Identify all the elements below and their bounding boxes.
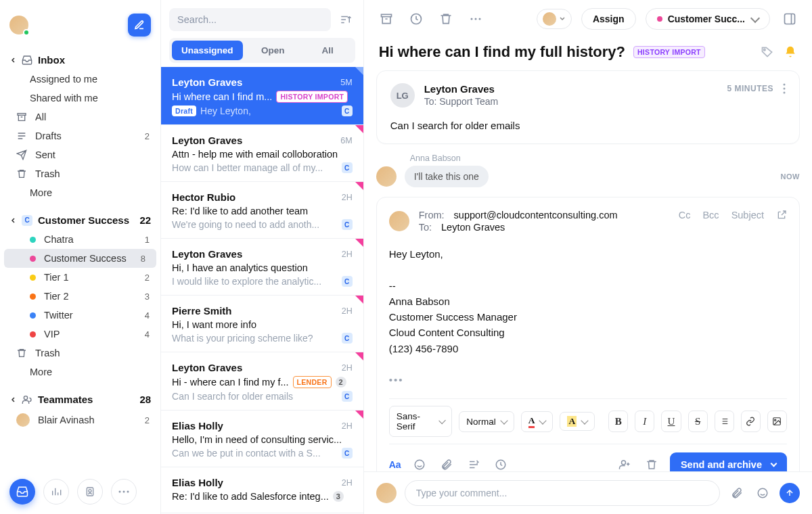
more-button[interactable]	[111, 479, 137, 505]
color-dot	[30, 331, 36, 337]
conversation-item[interactable]: Leyton Graves5M Hi where can I find m...…	[161, 67, 363, 125]
to-value[interactable]: Leyton Graves	[441, 222, 505, 233]
sidebar-item-assigned[interactable]: Assigned to me	[0, 70, 160, 89]
conversation-item[interactable]: Elias Holly2H Re: I'd like to add Salesf…	[161, 467, 363, 513]
comment-attach-icon[interactable]	[728, 484, 746, 502]
sidebar-item-tier2[interactable]: Tier 23	[0, 287, 160, 306]
sidebar-item-sent[interactable]: Sent	[0, 145, 160, 164]
sidebar-heading-inbox[interactable]: Inbox	[0, 50, 160, 70]
format-toggle[interactable]: Aa	[389, 459, 401, 470]
sidebar-item-vip[interactable]: VIP4	[0, 325, 160, 344]
sidebar-item-customer-success[interactable]: Customer Success8	[4, 249, 156, 268]
thread-title: Hi where can I find my full history?	[379, 43, 625, 61]
unread-corner	[355, 182, 363, 190]
delete-button[interactable]	[436, 9, 456, 29]
sidebar-item-teammate[interactable]: Blair Avinash 2	[0, 409, 160, 431]
message-from: Leyton Graves	[424, 83, 498, 95]
bcc-button[interactable]: Bcc	[702, 210, 719, 220]
main-toolbar: Assign Customer Succ...	[364, 0, 812, 38]
snooze-button[interactable]	[406, 9, 426, 29]
conversation-list[interactable]: Leyton Graves5M Hi where can I find m...…	[161, 67, 363, 514]
contacts-button[interactable]	[77, 479, 103, 505]
link-button[interactable]	[741, 411, 761, 432]
tab-unassigned[interactable]: Unassigned	[172, 41, 243, 60]
sidebar-item-all[interactable]: All	[0, 108, 160, 126]
message-to: To: Support Team	[424, 96, 498, 107]
sidebar-item-shared[interactable]: Shared with me	[0, 89, 160, 108]
trash-icon	[16, 348, 27, 358]
cc-button[interactable]: Cc	[679, 210, 691, 220]
sidebar-item-chatra[interactable]: Chatra1	[0, 230, 160, 249]
from-value[interactable]: support@cloudcontentconsulting.com	[454, 210, 618, 220]
conversation-item[interactable]: Hector Rubio2H Re: I'd like to add anoth…	[161, 182, 363, 239]
sidebar-item-trash2[interactable]: Trash	[0, 344, 160, 363]
sidebar-item-trash[interactable]: Trash	[0, 164, 160, 183]
bell-icon[interactable]	[784, 45, 797, 59]
tab-open[interactable]: Open	[248, 41, 298, 60]
sidebar-heading-cs[interactable]: C Customer Success 22	[0, 210, 160, 230]
note-bubble: I'll take this one	[405, 166, 489, 187]
message-menu-icon[interactable]	[783, 83, 786, 94]
sidebar-item-more2[interactable]: More	[0, 363, 160, 381]
conversation-preview: Hey Leyton,	[200, 106, 338, 116]
comment-send-button[interactable]	[780, 483, 800, 503]
sidebar-item-drafts[interactable]: Drafts2	[0, 126, 160, 145]
assignee-avatar-picker[interactable]	[537, 9, 572, 29]
svg-rect-12	[785, 14, 795, 24]
tag-icon[interactable]	[761, 45, 774, 59]
comment-emoji-icon[interactable]	[754, 484, 771, 502]
expand-button[interactable]	[780, 9, 800, 29]
font-family-select[interactable]: Sans-Serif	[389, 406, 452, 437]
tab-all[interactable]: All	[303, 41, 353, 60]
more-actions-button[interactable]	[466, 9, 486, 29]
archive-button[interactable]	[376, 9, 397, 29]
group-picker[interactable]: Customer Succ...	[646, 8, 770, 30]
message-time: 5 MINUTES	[727, 84, 773, 93]
sidebar-heading-label: Customer Success	[38, 214, 129, 226]
assign-button[interactable]: Assign	[581, 8, 636, 30]
svg-point-16	[784, 92, 786, 94]
sort-button[interactable]	[336, 10, 355, 29]
text-color-select[interactable]: A	[521, 411, 554, 432]
sidebar-item-twitter[interactable]: Twitter4	[0, 306, 160, 325]
conversation-item[interactable]: Leyton Graves2H Hi - where can I find my…	[161, 352, 363, 411]
list-button[interactable]	[715, 411, 734, 432]
conversation-time: 2H	[342, 421, 353, 431]
highlight-select[interactable]: A	[560, 412, 595, 431]
sidebar-top	[0, 8, 160, 47]
add-follower-button[interactable]	[616, 456, 633, 471]
comment-input[interactable]: Type your comment...	[405, 480, 720, 506]
discard-button[interactable]	[643, 456, 660, 471]
conversation-item[interactable]: Leyton Graves6M Attn - help me with emai…	[161, 125, 363, 182]
attach-button[interactable]	[438, 456, 455, 471]
sidebar-heading-teammates[interactable]: Teammates 28	[0, 390, 160, 409]
analytics-button[interactable]	[43, 479, 69, 505]
popout-icon[interactable]	[776, 210, 787, 220]
underline-button[interactable]: U	[661, 411, 681, 432]
emoji-button[interactable]	[411, 456, 428, 471]
channel-chip: C	[342, 106, 353, 116]
conversation-item[interactable]: Pierre Smith2H Hi, I want more info What…	[161, 296, 363, 352]
sidebar-item-more[interactable]: More	[0, 183, 160, 202]
conversation-item[interactable]: Elias Holly2H Hello, I'm in need of cons…	[161, 411, 363, 467]
color-dot	[30, 312, 36, 319]
font-weight-select[interactable]: Normal	[459, 411, 514, 432]
subject-button[interactable]: Subject	[731, 210, 764, 220]
conversation-time: 6M	[340, 136, 352, 145]
image-button[interactable]	[767, 411, 787, 432]
template-button[interactable]	[465, 456, 482, 471]
italic-button[interactable]: I	[635, 411, 654, 432]
compose-button[interactable]	[128, 14, 151, 37]
sidebar: Inbox Assigned to me Shared with me All …	[0, 0, 161, 514]
schedule-button[interactable]	[492, 456, 510, 471]
bold-button[interactable]: B	[608, 411, 628, 432]
conversation-item[interactable]: Leyton Graves2H Hi, I have an analytics …	[161, 239, 363, 296]
inbox-fab[interactable]	[9, 479, 35, 505]
sidebar-item-tier1[interactable]: Tier 12	[0, 268, 160, 287]
user-avatar[interactable]	[9, 16, 28, 34]
send-archive-button[interactable]: Send and archive	[670, 452, 787, 471]
compose-body[interactable]: Hey Leyton, -- Anna Babson Customer Succ…	[389, 235, 787, 398]
strike-button[interactable]: S	[688, 411, 708, 432]
conversation-count: 2	[336, 377, 346, 388]
search-input[interactable]: Search...	[169, 8, 331, 31]
